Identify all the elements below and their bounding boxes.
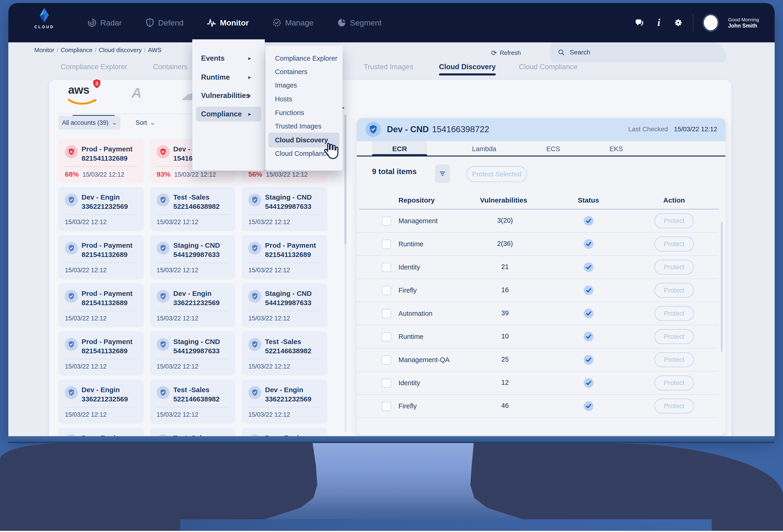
row-checkbox[interactable]: [382, 263, 391, 272]
app-window: CLOUD RadarDefendMonitorManageSegment i …: [8, 3, 775, 436]
scrollbar-thumb[interactable]: [344, 114, 346, 244]
protect-button[interactable]: Protect: [654, 399, 694, 413]
account-card[interactable]: Prod - Payment82154113268915/03/22 12:12: [58, 284, 144, 327]
account-card[interactable]: Prod - Payment82154113268915/03/22 12:12: [58, 332, 144, 375]
submenu-item-images[interactable]: Images: [269, 78, 339, 93]
submenu-item-cloud-compliance[interactable]: Cloud Compliance: [269, 146, 339, 161]
vulnerabilities-count: 12: [487, 379, 524, 387]
scrollbar[interactable]: [344, 114, 346, 432]
protect-button[interactable]: Protect: [654, 237, 694, 252]
brand-logo[interactable]: CLOUD: [32, 8, 57, 29]
primary-nav: RadarDefendMonitorManageSegment: [87, 3, 381, 42]
service-tab-ecs[interactable]: ECS: [536, 141, 570, 157]
alert-badge: 3: [92, 78, 101, 90]
row-checkbox[interactable]: [382, 286, 391, 295]
chat-icon[interactable]: [634, 18, 644, 28]
account-card[interactable]: Dev - Engin33622123256915/03/22 12:12: [242, 380, 327, 424]
info-icon[interactable]: i: [654, 18, 664, 28]
protect-button[interactable]: Protect: [654, 306, 694, 321]
submenu-item-trusted-images[interactable]: Trusted Images: [269, 119, 339, 134]
protect-button[interactable]: Protect: [654, 352, 694, 367]
row-checkbox[interactable]: [382, 217, 391, 226]
account-card[interactable]: Test -Sales52214663898215/03/22 12:12: [150, 428, 236, 436]
row-checkbox[interactable]: [382, 332, 391, 341]
account-card[interactable]: Prod - Payment82154113268915/03/22 12:12: [242, 235, 327, 279]
filter-icon: [439, 170, 446, 177]
menu-item-events[interactable]: Events▸: [196, 51, 261, 66]
total-items-label: 9 total items: [372, 167, 417, 176]
menu-item-runtime[interactable]: Runtime▸: [196, 70, 261, 85]
row-checkbox[interactable]: [382, 355, 391, 365]
sort-dropdown[interactable]: Sort ⌄: [135, 116, 155, 130]
submenu-item-cloud-discovery[interactable]: Cloud Discovery: [269, 133, 339, 147]
nav-segment[interactable]: Segment: [337, 18, 381, 28]
submenu-item-functions[interactable]: Functions: [269, 105, 339, 120]
menu-item-compliance[interactable]: Compliance▸: [196, 107, 261, 122]
search-input[interactable]: [569, 48, 714, 56]
divider: [157, 407, 229, 407]
protect-selected-button[interactable]: Protect Selected: [466, 166, 527, 182]
shield-x-icon: [157, 145, 169, 158]
account-name: Prod - Payment821541132689: [82, 241, 139, 259]
account-card[interactable]: Dev - Engin33622123256915/03/22 12:12: [58, 428, 144, 436]
service-tab-eks[interactable]: EKS: [598, 141, 635, 157]
menu-item-label: Compliance: [201, 110, 242, 118]
nav-manage[interactable]: Manage: [272, 18, 314, 28]
submenu-item-compliance-explorer[interactable]: Compliance Explorer: [269, 51, 339, 66]
account-card[interactable]: Dev - Engin33622123256915/03/22 12:12: [58, 187, 144, 231]
refresh-label: Refresh: [500, 49, 521, 57]
azure-icon: A: [131, 85, 142, 101]
provider-tab-azure[interactable]: A: [131, 85, 142, 101]
account-name: Dev - Engin336221232569: [265, 385, 323, 404]
submenu-item-containers[interactable]: Containers: [269, 64, 339, 79]
tab-cloud-discovery[interactable]: Cloud Discovery: [439, 63, 496, 71]
filter-button[interactable]: [435, 164, 450, 183]
menu-item-vulnerabilities[interactable]: Vulnerabilities▸: [196, 88, 261, 103]
account-card[interactable]: Prod - Payment82154113268915/03/22 12:12: [58, 235, 144, 279]
account-card[interactable]: Staging - CND54412998763315/03/22 12:12: [150, 332, 236, 375]
account-card[interactable]: Test -Sales52214663898215/03/22 12:12: [150, 187, 236, 231]
avatar[interactable]: [703, 14, 718, 31]
settings-gear-icon[interactable]: [674, 18, 683, 28]
table-row: Runtime10Protect: [357, 325, 718, 348]
divider: [157, 359, 229, 359]
row-checkbox[interactable]: [382, 309, 391, 318]
row-checkbox[interactable]: [382, 378, 391, 388]
account-card[interactable]: Staging - CND54412998763315/03/22 12:12: [242, 187, 327, 231]
refresh-button[interactable]: ⟳ Refresh: [491, 49, 521, 57]
account-id: 544129987633: [265, 299, 311, 306]
provider-tab-aws[interactable]: aws 3: [58, 82, 105, 108]
row-checkbox[interactable]: [382, 402, 391, 411]
account-card[interactable]: Staging - CND54412998763315/03/22 12:12: [150, 235, 236, 279]
table-scrollbar[interactable]: [721, 222, 723, 352]
account-card[interactable]: Dev - Engin33622123256915/03/22 12:12: [150, 284, 236, 327]
service-tab-lambda[interactable]: Lambda: [466, 141, 503, 157]
protect-button[interactable]: Protect: [654, 213, 694, 228]
tab-compliance-explorer[interactable]: Compliance Explorer: [61, 63, 127, 71]
protect-button[interactable]: Protect: [654, 329, 694, 344]
accounts-filter-dropdown[interactable]: All accounts (39) ⌄: [58, 116, 121, 130]
search-bar[interactable]: [550, 42, 726, 62]
card-footer: 15/03/22 12:12: [65, 363, 106, 370]
divider: [157, 214, 229, 215]
tab-trusted-images[interactable]: Trusted Images: [364, 63, 413, 71]
account-card[interactable]: Dev - Engin33622123256915/03/22 12:12: [58, 380, 144, 424]
account-card[interactable]: Test -Sales52214663898215/03/22 12:12: [150, 380, 236, 424]
tab-cloud-compliance[interactable]: Cloud Compliance: [519, 63, 577, 71]
account-card[interactable]: Dev - Engin33622123256915/03/22 12:12: [242, 428, 327, 436]
tab-containers[interactable]: Containers: [153, 63, 188, 71]
table-row: Identity12Protect: [357, 372, 718, 395]
account-card[interactable]: Staging - CND54412998763315/03/22 12:12: [242, 284, 327, 327]
protect-button[interactable]: Protect: [654, 283, 694, 298]
account-card[interactable]: Prod - Payment82154113268968%15/03/22 12…: [58, 139, 144, 183]
account-card[interactable]: Test -Sales52214663898215/03/22 12:12: [242, 332, 327, 375]
floor-strip: [0, 531, 783, 532]
last-checked-value: 15/03/22 12:12: [674, 126, 717, 133]
protect-button[interactable]: Protect: [654, 260, 694, 274]
nav-defend[interactable]: Defend: [145, 18, 184, 28]
nav-monitor[interactable]: Monitor: [207, 18, 249, 28]
submenu-item-hosts[interactable]: Hosts: [269, 92, 339, 106]
nav-radar[interactable]: Radar: [87, 18, 122, 28]
protect-button[interactable]: Protect: [654, 375, 694, 390]
row-checkbox[interactable]: [382, 240, 391, 249]
